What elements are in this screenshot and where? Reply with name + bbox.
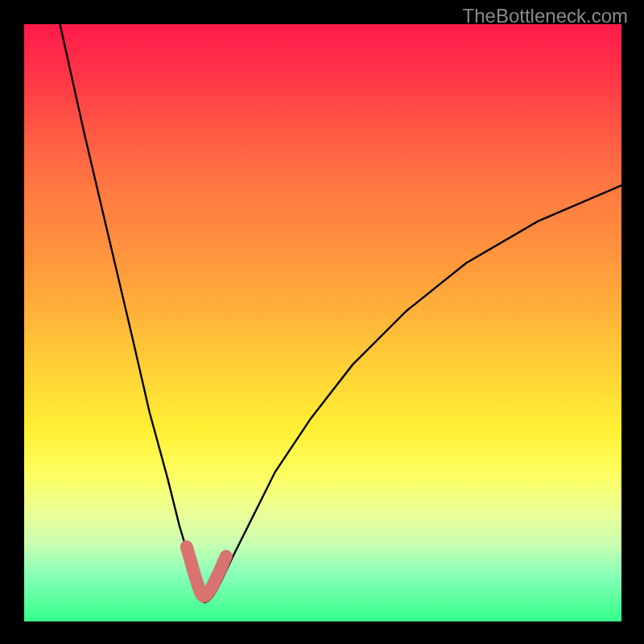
bottleneck-curve-path — [60, 24, 622, 602]
watermark-text: TheBottleneck.com — [463, 5, 628, 27]
plot-area — [24, 24, 621, 621]
near-bottleneck-marker-path — [187, 547, 226, 597]
curves-svg — [24, 24, 621, 621]
chart-stage: TheBottleneck.com — [0, 0, 644, 644]
